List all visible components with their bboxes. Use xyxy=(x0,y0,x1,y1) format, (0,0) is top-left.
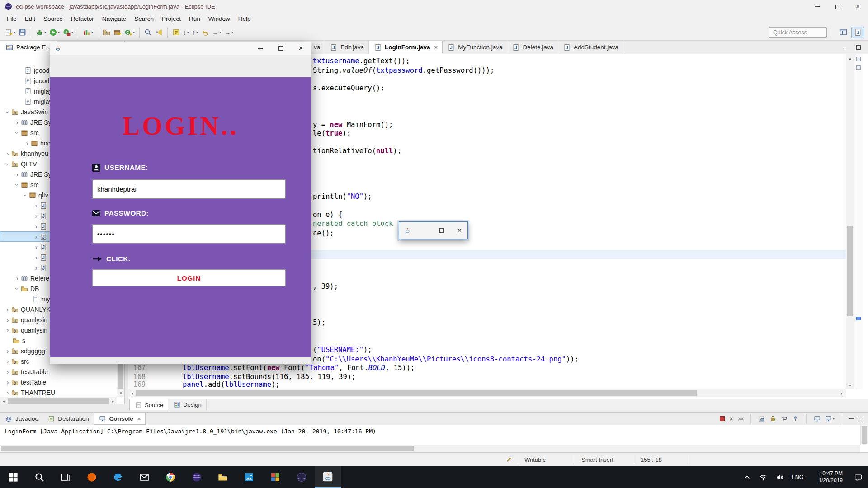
menu-window[interactable]: Window xyxy=(204,14,234,23)
scrollbar-thumb[interactable] xyxy=(847,226,853,316)
editor-tab-loginform-java[interactable]: JLoginForm.java× xyxy=(369,41,443,54)
run-button[interactable]: ▾ xyxy=(48,27,61,38)
editor-horizontal-scrollbar[interactable]: ◂ ▸ xyxy=(128,389,846,397)
annotation-marker[interactable] xyxy=(856,317,861,320)
previous-annotation-button[interactable]: ↑▾ xyxy=(191,27,199,38)
next-annotation-button[interactable]: ↓▾ xyxy=(182,27,190,38)
view-tab-javadoc[interactable]: @Javadoc xyxy=(0,413,42,425)
back-button[interactable]: ←▾ xyxy=(211,27,222,38)
expand-arrow-icon[interactable]: › xyxy=(5,368,11,375)
terminate-button[interactable] xyxy=(720,416,725,421)
mail-icon[interactable] xyxy=(131,466,157,488)
display-selected-console-button[interactable] xyxy=(814,415,821,422)
search-button[interactable] xyxy=(154,27,164,38)
expand-arrow-icon[interactable]: › xyxy=(5,358,11,365)
volume-icon[interactable] xyxy=(771,466,788,488)
expand-arrow-icon[interactable]: › xyxy=(33,264,39,272)
open-console-button[interactable]: ▾ xyxy=(825,415,835,422)
minimize-window-button[interactable] xyxy=(807,0,827,13)
coverage-button[interactable]: ▾ xyxy=(81,27,94,38)
expand-arrow-icon[interactable]: › xyxy=(5,347,11,355)
eclipse-titlebar[interactable]: eclipse-workspace - javastdapp/src/javas… xyxy=(0,0,868,13)
java-perspective-button[interactable]: J xyxy=(851,27,864,38)
java-app-icon[interactable] xyxy=(315,466,341,488)
expand-arrow-icon[interactable]: › xyxy=(5,327,11,334)
maximize-window-button[interactable] xyxy=(827,0,848,13)
firefox-icon[interactable] xyxy=(79,466,105,488)
expand-arrow-icon[interactable]: › xyxy=(14,275,20,282)
photos-icon[interactable] xyxy=(236,466,262,488)
expand-arrow-icon[interactable]: › xyxy=(5,150,11,157)
menu-file[interactable]: File xyxy=(3,14,21,23)
external-tools-button[interactable]: ▾ xyxy=(61,27,75,38)
editor-vertical-scrollbar[interactable]: ▴ ▾ xyxy=(846,54,854,389)
username-input[interactable] xyxy=(92,179,286,199)
chrome-icon[interactable] xyxy=(157,466,184,488)
collapse-arrow-icon[interactable]: › xyxy=(4,109,11,115)
menu-project[interactable]: Project xyxy=(158,14,185,23)
expand-arrow-icon[interactable]: › xyxy=(33,254,39,261)
view-tab-declaration[interactable]: Declaration xyxy=(42,413,93,425)
password-input[interactable] xyxy=(92,224,286,244)
scroll-up-icon[interactable]: ▴ xyxy=(846,54,854,62)
close-view-icon[interactable]: × xyxy=(137,415,141,422)
login-window-titlebar[interactable]: × xyxy=(50,42,311,55)
menu-help[interactable]: Help xyxy=(234,14,255,23)
menu-source[interactable]: Source xyxy=(39,14,67,23)
close-tab-icon[interactable]: × xyxy=(434,44,438,51)
new-wizard-button[interactable]: ▾ xyxy=(4,27,17,38)
tree-item-thantreu[interactable]: ›JTHANTREU xyxy=(0,387,117,397)
expand-arrow-icon[interactable]: › xyxy=(5,389,11,396)
collapse-arrow-icon[interactable]: › xyxy=(14,286,21,292)
colorful-app-icon[interactable] xyxy=(262,466,288,488)
scroll-down-icon[interactable]: ▾ xyxy=(117,389,125,397)
console-horizontal-scrollbar[interactable] xyxy=(0,445,860,452)
scroll-right-icon[interactable]: ▸ xyxy=(838,389,846,397)
tab-design[interactable]: Design xyxy=(168,399,206,410)
collapse-arrow-icon[interactable]: › xyxy=(14,130,21,136)
save-button[interactable] xyxy=(17,27,28,38)
view-tab-console[interactable]: Console× xyxy=(94,413,146,425)
language-indicator[interactable]: ENG xyxy=(788,466,807,488)
tray-expand-icon[interactable] xyxy=(739,466,755,488)
expand-arrow-icon[interactable]: › xyxy=(5,379,11,386)
new-java-project-button[interactable]: J xyxy=(101,27,112,38)
collapse-arrow-icon[interactable]: › xyxy=(14,182,21,188)
scrollbar-thumb[interactable] xyxy=(862,426,867,444)
maximize-window-icon[interactable] xyxy=(439,228,444,233)
scrollbar-thumb[interactable] xyxy=(118,363,123,389)
collapse-arrow-icon[interactable]: › xyxy=(22,192,29,198)
expand-arrow-icon[interactable]: › xyxy=(14,119,20,126)
minimize-editor-icon[interactable] xyxy=(845,47,850,47)
last-edit-location-button[interactable] xyxy=(200,27,210,38)
overview-ruler[interactable] xyxy=(854,54,863,389)
open-type-button[interactable] xyxy=(143,27,153,38)
remove-all-launches-button[interactable]: ×× xyxy=(738,415,743,422)
expand-arrow-icon[interactable]: › xyxy=(24,140,30,147)
open-perspective-button[interactable] xyxy=(837,27,849,38)
expand-arrow-icon[interactable]: › xyxy=(5,306,11,313)
quick-access-box[interactable]: Quick Access xyxy=(769,27,827,38)
task-view-button[interactable] xyxy=(52,466,79,488)
editor-tab-delete-java[interactable]: JDelete.java xyxy=(507,41,558,54)
collapse-arrow-icon[interactable]: › xyxy=(4,161,11,167)
java-mini-window[interactable]: × xyxy=(399,221,468,239)
clear-console-button[interactable] xyxy=(758,415,765,422)
debug-button[interactable]: ▾ xyxy=(34,27,47,38)
expand-arrow-icon[interactable]: › xyxy=(33,223,39,230)
tree-item-testtable[interactable]: ›JtestTable xyxy=(0,377,117,387)
scrollbar-thumb[interactable] xyxy=(8,398,109,404)
forward-button[interactable]: →▾ xyxy=(223,27,235,38)
remove-launch-button[interactable]: × xyxy=(729,415,733,422)
explorer-horizontal-scrollbar[interactable]: ◂ ▸ xyxy=(0,397,117,404)
expand-arrow-icon[interactable]: › xyxy=(14,171,20,178)
dark-sphere-icon[interactable] xyxy=(288,466,315,488)
search-taskbar-button[interactable] xyxy=(26,466,52,488)
tab-package-explorer[interactable]: Package E... xyxy=(0,41,57,54)
expand-arrow-icon[interactable]: › xyxy=(33,233,39,240)
expand-arrow-icon[interactable]: › xyxy=(33,244,39,251)
editor-tab-myfunction-java[interactable]: JMyFunction.java xyxy=(443,41,507,54)
expand-arrow-icon[interactable]: › xyxy=(33,202,39,209)
menu-edit[interactable]: Edit xyxy=(21,14,39,23)
expand-arrow-icon[interactable]: › xyxy=(33,212,39,220)
